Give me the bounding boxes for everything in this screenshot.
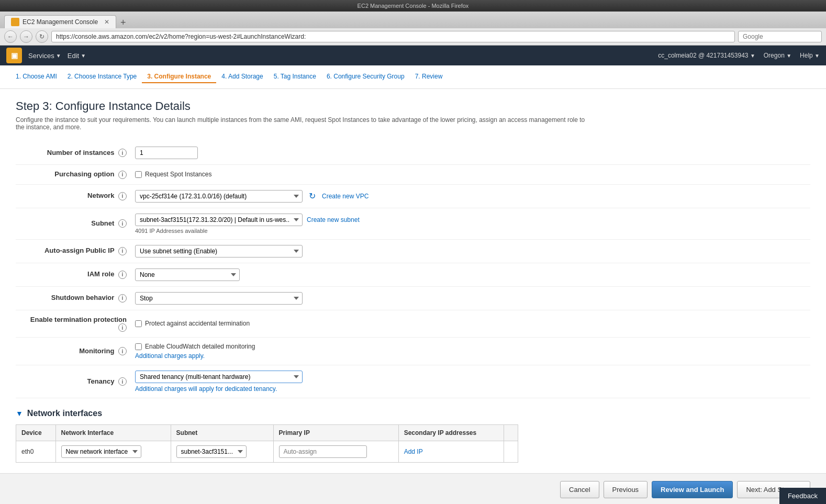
subnet-select[interactable]: subnet-3acf3151(172.31.32.0/20) | Defaul… (135, 214, 303, 226)
network-label: Network (87, 192, 114, 199)
spot-instances-checkbox[interactable] (135, 171, 142, 178)
wizard-step-ami[interactable]: 1. Choose AMI (10, 71, 62, 83)
network-info-icon[interactable]: i (118, 192, 127, 200)
network-value-cell: vpc-25cf314e (172.31.0.0/16) (default) ↻… (131, 184, 810, 208)
wizard-step-instance-type[interactable]: 2. Choose Instance Type (62, 71, 142, 83)
region-selector[interactable]: Oregon ▼ (764, 52, 791, 59)
create-subnet-link[interactable]: Create new subnet (307, 216, 360, 223)
edit-dropdown-icon: ▼ (81, 53, 86, 59)
browser-tab[interactable]: EC2 Management Console ✕ (4, 15, 116, 28)
ni-col-subnet: Subnet (171, 425, 273, 441)
instances-info-icon[interactable]: i (118, 149, 127, 157)
termination-protection-checkbox[interactable] (135, 320, 142, 327)
main-content: Step 3: Configure Instance Details Confi… (0, 89, 826, 473)
aws-logo: ▣ (6, 48, 22, 63)
cloudwatch-checkbox[interactable] (135, 343, 142, 350)
reload-button[interactable]: ↻ (36, 30, 48, 43)
tab-favicon (11, 18, 19, 26)
ni-table-row: eth0 New network interface subnet-3acf31… (16, 441, 518, 463)
network-label-cell: Network i (16, 184, 131, 208)
url-bar[interactable] (51, 31, 735, 42)
network-refresh-button[interactable]: ↻ (309, 191, 316, 201)
review-launch-button[interactable]: Review and Launch (652, 481, 733, 498)
auto-assign-info-icon[interactable]: i (118, 247, 127, 255)
purchasing-info-icon[interactable]: i (118, 171, 127, 179)
protect-label: Protect against accidental termination (145, 320, 250, 327)
wizard-step-configure[interactable]: 3. Configure Instance (142, 71, 216, 83)
iam-info-icon[interactable]: i (118, 271, 127, 279)
network-interfaces-title: Network interfaces (27, 409, 102, 418)
ni-interface-select[interactable]: New network interface (61, 445, 141, 458)
section-toggle-icon: ▼ (16, 409, 23, 418)
forward-button[interactable]: → (20, 30, 32, 43)
monitoring-label: Monitoring (79, 347, 114, 355)
ni-device: eth0 (16, 441, 56, 463)
tab-title: EC2 Management Console (23, 18, 98, 26)
termination-info-icon[interactable]: i (118, 323, 127, 332)
iam-role-select[interactable]: None (135, 268, 240, 281)
ni-primary-ip-input[interactable] (279, 445, 367, 458)
iam-label-cell: IAM role i (16, 263, 131, 286)
wizard-step-tag[interactable]: 5. Tag Instance (269, 71, 321, 83)
back-button[interactable]: ← (4, 30, 17, 43)
previous-button[interactable]: Previous (604, 481, 648, 498)
shutdown-select[interactable]: Stop Terminate (135, 292, 303, 305)
monitoring-charges-link[interactable]: Additional charges apply. (135, 352, 205, 360)
new-tab-button[interactable]: + (118, 17, 128, 28)
create-vpc-link[interactable]: Create new VPC (322, 193, 369, 200)
ni-col-device: Device (16, 425, 56, 441)
auto-assign-select[interactable]: Use subnet setting (Enable) (135, 245, 303, 257)
wizard-step-security[interactable]: 6. Configure Security Group (321, 71, 410, 83)
edit-menu[interactable]: Edit ▼ (68, 52, 86, 60)
tenancy-warning: Additional charges will apply for dedica… (135, 385, 806, 393)
feedback-button[interactable]: Feedback (779, 488, 826, 504)
shutdown-label-cell: Shutdown behavior i (16, 286, 131, 310)
form-row-iam: IAM role i None (16, 263, 810, 286)
cancel-button[interactable]: Cancel (560, 481, 599, 498)
footer-actions: Cancel Previous Review and Launch Next: … (0, 473, 826, 504)
cloudwatch-row: Enable CloudWatch detailed monitoring (135, 343, 806, 350)
wizard-steps: 1. Choose AMI 2. Choose Instance Type 3.… (0, 65, 826, 89)
instances-input[interactable] (135, 147, 198, 159)
services-menu[interactable]: Services ▼ (28, 52, 61, 60)
termination-value-cell: Protect against accidental termination (131, 310, 810, 338)
user-account[interactable]: cc_colmeia02 @ 421731453943 ▼ (658, 52, 755, 59)
protect-row: Protect against accidental termination (135, 320, 806, 327)
tenancy-label: Tenancy (87, 377, 115, 385)
form-row-termination: Enable termination protection i Protect … (16, 310, 810, 338)
monitoring-info-icon[interactable]: i (118, 347, 127, 355)
ni-interface-cell: New network interface (55, 441, 171, 463)
add-ip-link[interactable]: Add IP (404, 448, 423, 455)
network-interfaces-section-header[interactable]: ▼ Network interfaces (16, 409, 810, 418)
form-row-tenancy: Tenancy i Shared tenancy (multi-tenant h… (16, 365, 810, 398)
form-row-subnet: Subnet i subnet-3acf3151(172.31.32.0/20)… (16, 208, 810, 239)
tab-close-icon[interactable]: ✕ (104, 18, 109, 26)
wizard-step-storage[interactable]: 4. Add Storage (216, 71, 268, 83)
browser-title: EC2 Management Console - Mozilla Firefox (358, 3, 469, 9)
wizard-step-review[interactable]: 7. Review (410, 71, 448, 83)
ni-col-interface: Network Interface (55, 425, 171, 441)
help-menu[interactable]: Help ▼ (800, 52, 820, 59)
main-wrapper: Step 3: Configure Instance Details Confi… (0, 89, 826, 504)
subnet-value-cell: subnet-3acf3151(172.31.32.0/20) | Defaul… (131, 208, 810, 239)
subnet-info-icon[interactable]: i (118, 219, 127, 228)
network-select[interactable]: vpc-25cf314e (172.31.0.0/16) (default) (135, 190, 303, 203)
ni-col-actions (504, 425, 518, 441)
ni-col-primary-ip: Primary IP (273, 425, 398, 441)
tenancy-select[interactable]: Shared tenancy (multi-tenant hardware)De… (135, 371, 303, 383)
ni-primary-ip-cell (273, 441, 398, 463)
ni-row-actions (504, 441, 518, 463)
form-row-instances: Number of instances i (16, 141, 810, 165)
ni-subnet-select[interactable]: subnet-3acf3151... (176, 445, 247, 458)
termination-label: Enable termination protection (30, 316, 127, 323)
tenancy-info-icon[interactable]: i (118, 377, 127, 386)
instances-value-cell (131, 141, 810, 165)
instances-label-cell: Number of instances i (16, 141, 131, 165)
purchasing-label-cell: Purchasing option i (16, 165, 131, 185)
monitoring-value-cell: Enable CloudWatch detailed monitoring Ad… (131, 338, 810, 365)
ni-col-secondary-ip: Secondary IP addresses (398, 425, 504, 441)
shutdown-value-cell: Stop Terminate (131, 286, 810, 310)
shutdown-info-icon[interactable]: i (118, 294, 127, 303)
shutdown-label: Shutdown behavior (51, 294, 115, 301)
search-bar[interactable] (738, 31, 822, 42)
